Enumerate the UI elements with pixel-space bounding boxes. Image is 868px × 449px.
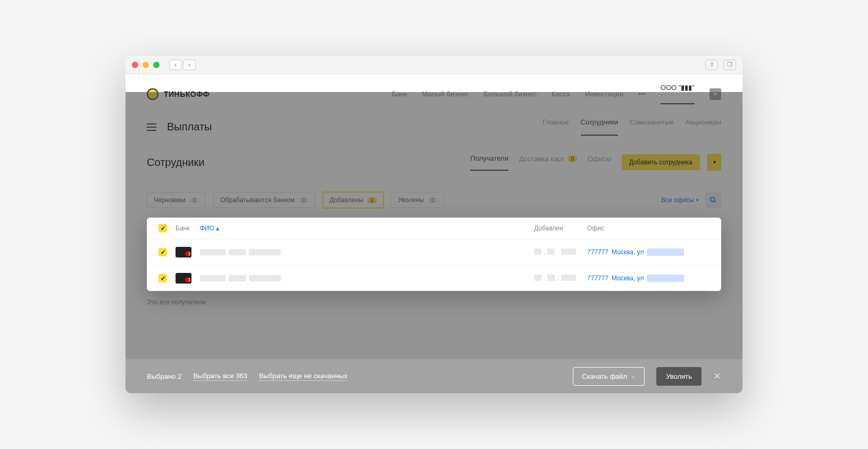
browser-window: ‹ › ⇪ ❐ ТИНЬКОФФ Банк Малый бизнес Больш… — [126, 56, 742, 393]
profile-avatar[interactable] — [710, 88, 721, 100]
chip-processing[interactable]: Обрабатываются банком 0 — [213, 192, 315, 208]
tabs-icon[interactable]: ❐ — [723, 60, 736, 70]
top-nav: ТИНЬКОФФ Банк Малый бизнес Большой бизне… — [126, 74, 742, 112]
nav-back-button[interactable]: ‹ — [169, 60, 182, 70]
svg-point-0 — [711, 197, 715, 202]
page-content: ТИНЬКОФФ Банк Малый бизнес Большой бизне… — [126, 74, 742, 393]
menu-icon[interactable] — [147, 123, 156, 131]
chevron-down-icon: ▾ — [696, 197, 699, 203]
add-employee-button[interactable]: Добавить сотрудника — [622, 154, 700, 170]
subnav-shareholders[interactable]: Акционеры — [686, 118, 721, 136]
cell-added: .. — [534, 248, 587, 256]
chip-added[interactable]: Добавлены 2 — [323, 192, 384, 208]
subnav-selfemployed[interactable]: Самозанятые — [630, 118, 674, 136]
chip-drafts[interactable]: Черновики 0 — [147, 192, 206, 208]
select-all-link[interactable]: Выбрать все 363 — [193, 372, 247, 381]
brand-logo[interactable]: ТИНЬКОФФ — [147, 88, 210, 100]
nav-bank[interactable]: Банк — [392, 90, 407, 98]
end-of-list: Это все получатели — [126, 291, 742, 313]
sub-title: Сотрудники — [147, 156, 204, 169]
table-row[interactable]: ✓ .. 777777 Москва, ул — [147, 265, 721, 291]
selected-count: Выбрано 2 — [147, 372, 181, 380]
subnav-employees[interactable]: Сотрудники — [581, 118, 618, 136]
col-added[interactable]: Добавлен — [534, 224, 587, 232]
maximize-window-icon[interactable] — [153, 62, 160, 68]
row-checkbox[interactable]: ✓ — [158, 274, 167, 282]
cell-office[interactable]: 777777 Москва, ул — [587, 248, 710, 256]
table-header: ✓ Банк ФИО ▴ Добавлен Офис — [147, 218, 721, 239]
select-not-downloaded-link[interactable]: Выбрать еще не скачанных — [259, 372, 347, 381]
sort-asc-icon: ▴ — [216, 224, 219, 232]
add-employee-dropdown[interactable]: ▼ — [707, 154, 721, 171]
col-name[interactable]: ФИО ▴ — [200, 224, 534, 232]
col-office[interactable]: Офис — [587, 224, 710, 232]
nav-small-biz[interactable]: Малый бизнес — [422, 90, 469, 98]
close-window-icon[interactable] — [132, 62, 138, 68]
nav-invest[interactable]: Инвестиции — [585, 90, 623, 98]
bulk-action-bar: Выбрано 2 Выбрать все 363 Выбрать еще не… — [126, 359, 742, 393]
section-header: Выплаты Главное Сотрудники Самозанятые А… — [126, 112, 742, 142]
delivery-badge: 0 — [567, 155, 577, 162]
minimize-window-icon[interactable] — [143, 62, 149, 68]
table-row[interactable]: ✓ .. 777777 Москва, ул — [147, 239, 721, 265]
logo-icon — [147, 88, 158, 100]
cell-office[interactable]: 777777 Москва, ул — [587, 275, 710, 282]
nav-more[interactable]: ••• — [638, 90, 646, 98]
tab-offices[interactable]: Офисы — [588, 155, 611, 170]
chevron-down-icon: ⌄ — [631, 373, 636, 379]
search-button[interactable] — [705, 192, 721, 208]
brand-name: ТИНЬКОФФ — [164, 90, 210, 98]
share-icon[interactable]: ⇪ — [705, 60, 718, 70]
page-title: Выплаты — [167, 121, 212, 133]
tab-delivery[interactable]: Доставка карт 0 — [519, 155, 577, 170]
sub-tabs: Получатели Доставка карт 0 Офисы Добавит… — [470, 154, 721, 171]
col-bank[interactable]: Банк — [176, 224, 200, 232]
chip-fired[interactable]: Уволены 0 — [391, 192, 444, 208]
nav-forward-button[interactable]: › — [183, 60, 196, 70]
row-checkbox[interactable]: ✓ — [158, 248, 167, 256]
subnav-main[interactable]: Главное — [542, 118, 569, 136]
close-icon[interactable]: ✕ — [713, 370, 721, 382]
sub-nav: Главное Сотрудники Самозанятые Акционеры — [542, 118, 721, 136]
cell-name — [200, 275, 534, 281]
select-all-checkbox[interactable]: ✓ — [158, 224, 167, 232]
card-icon — [176, 273, 191, 284]
cell-added: .. — [534, 275, 587, 282]
nav-kassa[interactable]: Касса — [552, 90, 570, 98]
fire-button[interactable]: Уволить — [656, 367, 702, 386]
card-icon — [176, 247, 191, 257]
filter-row: Черновики 0 Обрабатываются банком 0 Доба… — [126, 171, 742, 218]
company-selector[interactable]: ООО "▮▮▮" — [661, 84, 695, 104]
sub-header: Сотрудники Получатели Доставка карт 0 Оф… — [126, 142, 742, 171]
download-file-button[interactable]: Скачать файл ⌄ — [573, 367, 645, 386]
cell-name — [200, 249, 534, 255]
browser-chrome: ‹ › ⇪ ❐ — [126, 56, 742, 74]
employees-table: ✓ Банк ФИО ▴ Добавлен Офис ✓ .. — [147, 218, 721, 291]
tab-recipients[interactable]: Получатели — [470, 154, 508, 171]
office-filter-dropdown[interactable]: Все офисы ▾ — [661, 196, 699, 204]
nav-big-biz[interactable]: Большой бизнес — [483, 90, 537, 98]
traffic-lights — [132, 62, 160, 68]
svg-line-1 — [714, 201, 716, 203]
